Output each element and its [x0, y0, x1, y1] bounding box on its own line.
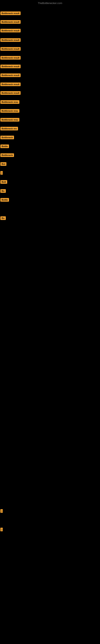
bottleneck-result-badge: Bottle — [0, 198, 9, 202]
bottleneck-badge-container: Bo — [0, 216, 7, 221]
bottleneck-badge-container: | — [0, 509, 1, 514]
bottleneck-result-badge: Bottleneck result — [0, 29, 21, 32]
bottleneck-badge-container: Bottleneck result — [0, 38, 30, 43]
bottleneck-result-badge: Bottleneck result — [0, 20, 21, 24]
bottleneck-result-badge: Bottleneck result — [0, 47, 21, 51]
bottleneck-result-badge: Bottleneck result — [0, 56, 21, 60]
bottleneck-result-badge: Bottleneck result — [0, 12, 21, 15]
bottleneck-badge-container: Bottleneck result — [0, 74, 30, 78]
bottleneck-badge-container: Bot — [0, 162, 9, 167]
bottleneck-result-badge: Bo — [0, 189, 6, 193]
site-title: TheBottlenecker.com — [38, 2, 62, 5]
bottleneck-result-badge: Bottleneck result — [0, 74, 21, 77]
bottleneck-badge-container: Bott — [0, 180, 9, 184]
bottleneck-badge-container: Bottleneck result — [0, 64, 30, 69]
bottleneck-badge-container: Bottleneck — [0, 136, 22, 140]
bottleneck-badge-container: Bottleneck result — [0, 82, 30, 87]
bottleneck-badge-container: Bottleneck result — [0, 20, 31, 24]
bottleneck-badge-container: Bottleneck res — [0, 127, 27, 131]
bottleneck-badge-container: Bottle — [0, 144, 14, 149]
bottleneck-result-badge: Bottleneck result — [0, 82, 21, 86]
bottleneck-badge-container: Bottleneck result — [0, 12, 31, 16]
bottleneck-badge-container: Bottleneck result — [0, 47, 31, 52]
bottleneck-result-badge: Bottleneck resu — [0, 109, 19, 113]
bottleneck-badge-container: Bottleneck resu — [0, 118, 28, 122]
bottleneck-badge-container: | — [0, 171, 1, 176]
bottleneck-result-badge: Bottleneck result — [0, 91, 21, 95]
bottleneck-badge-container: Bottleneck result — [0, 29, 31, 33]
bottleneck-result-badge: Bottleneck res — [0, 127, 18, 130]
bottleneck-badge-container: Bottleneck resu — [0, 109, 28, 114]
bottleneck-result-badge: Bottleneck resu — [0, 100, 19, 104]
bottleneck-badge-container: Bottleneck result — [0, 91, 30, 96]
bottleneck-result-badge: Bottleneck — [0, 136, 14, 139]
bottleneck-result-badge: Bottleneck result — [0, 38, 21, 42]
bottleneck-result-badge: | — [0, 171, 3, 175]
bottleneck-badge-container: Bottle — [0, 198, 12, 202]
bottleneck-result-badge: Bottleneck — [0, 153, 14, 157]
bottleneck-result-badge: Bot — [0, 162, 6, 166]
bottleneck-result-badge: Bo — [0, 216, 6, 220]
bottleneck-result-badge: | — [0, 528, 3, 531]
bottleneck-badge-container: Bottleneck resu — [0, 100, 28, 105]
bottleneck-result-badge: Bottleneck result — [0, 64, 21, 68]
bottleneck-result-badge: Bott — [0, 180, 7, 184]
bottleneck-result-badge: Bottleneck resu — [0, 118, 19, 122]
bottleneck-badge-container: Bottleneck — [0, 153, 21, 158]
bottleneck-result-badge: | — [0, 509, 3, 513]
bottleneck-result-badge: Bottle — [0, 144, 9, 148]
bottleneck-badge-container: Bottleneck result — [0, 56, 30, 60]
bottleneck-badge-container: | — [0, 528, 1, 532]
bottleneck-badge-container: Bo — [0, 189, 7, 194]
